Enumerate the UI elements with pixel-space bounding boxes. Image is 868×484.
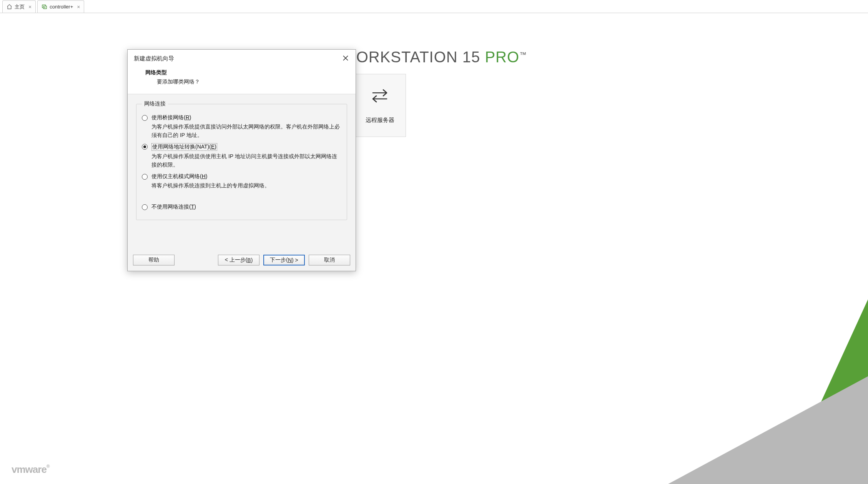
tab-bar: 主页 × controller+ × [0,0,868,13]
vm-icon [42,4,47,10]
radio-description: 为客户机操作系统提供直接访问外部以太网网络的权限。客户机在外部网络上必须有自己的… [151,123,341,139]
swap-arrows-icon [369,85,390,106]
radio-bridged[interactable]: 使用桥接网络(R) 为客户机操作系统提供直接访问外部以太网网络的权限。客户机在外… [142,114,341,139]
help-button[interactable]: 帮助 [133,255,175,265]
dialog-header: 新建虚拟机向导 网络类型 要添加哪类网络？ [128,50,356,94]
radio-no-network[interactable]: 不使用网络连接(T) [142,204,341,210]
connect-remote-card[interactable]: 远程服务器 [354,74,406,137]
tab-controller[interactable]: controller+ × [37,0,84,13]
dialog-close-button[interactable] [340,53,351,63]
dialog-body: 网络连接 使用桥接网络(R) 为客户机操作系统提供直接访问外部以太网网络的权限。… [128,94,356,251]
dialog-title: 新建虚拟机向导 [134,55,349,62]
radio-label: 使用仅主机模式网络(H) [151,173,207,180]
radio-icon[interactable] [142,115,148,121]
dialog-question: 要添加哪类网络？ [157,78,349,85]
radio-icon[interactable] [142,204,148,210]
network-connection-group: 网络连接 使用桥接网络(R) 为客户机操作系统提供直接访问外部以太网网络的权限。… [136,100,347,220]
product-title-b: PRO [485,48,519,65]
radio-icon[interactable] [142,174,148,180]
card-label: 远程服务器 [366,117,394,124]
spacer [142,190,341,200]
trademark: ™ [519,51,527,58]
radio-description: 为客户机操作系统提供使用主机 IP 地址访问主机拨号连接或外部以太网网络连接的权… [151,152,341,169]
home-icon [7,4,12,10]
logo-reg: ® [47,464,50,469]
dialog-footer: 帮助 < 上一步(B) 下一步(N) > 取消 [128,251,356,271]
radio-host-only[interactable]: 使用仅主机模式网络(H) 将客户机操作系统连接到主机上的专用虚拟网络。 [142,173,341,190]
back-button[interactable]: < 上一步(B) [218,255,259,265]
group-legend: 网络连接 [142,100,168,107]
new-vm-wizard-dialog: 新建虚拟机向导 网络类型 要添加哪类网络？ 网络连接 使用桥接网络(R) 为客户… [127,49,356,271]
radio-icon[interactable] [142,144,148,150]
vmware-logo: vmware® [12,464,50,476]
radio-label: 使用网络地址转换(NAT)(E) [151,143,217,151]
tab-home[interactable]: 主页 × [2,0,36,13]
radio-nat[interactable]: 使用网络地址转换(NAT)(E) 为客户机操作系统提供使用主机 IP 地址访问主… [142,143,341,169]
tab-label: controller+ [50,4,73,10]
product-title: WORKSTATION 15 PRO™ [341,48,527,66]
radio-description: 将客户机操作系统连接到主机上的专用虚拟网络。 [151,182,341,190]
logo-text: vmware [12,464,47,475]
radio-label: 使用桥接网络(R) [151,114,191,121]
main-stage: WORKSTATION 15 PRO™ 远程服务器 vmware® 新建虚拟机向… [0,13,868,484]
next-button[interactable]: 下一步(N) > [263,255,305,265]
radio-label: 不使用网络连接(T) [151,204,196,210]
close-icon[interactable]: × [28,4,32,10]
cancel-button[interactable]: 取消 [309,255,350,265]
close-icon[interactable]: × [77,4,80,10]
dialog-subtitle: 网络类型 [145,69,349,76]
product-title-a: WORKSTATION 15 [341,48,485,65]
tab-label: 主页 [15,3,25,10]
deco-grey-triangle [668,376,868,484]
